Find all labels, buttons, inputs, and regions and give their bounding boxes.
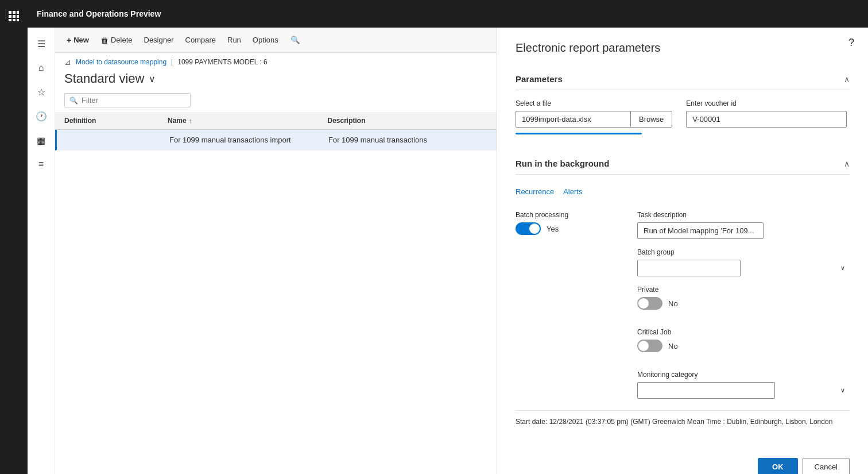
content-area: ☰ ⌂ ☆ 🕐 ▦ ≡ + New 🗑 Delete Designer <box>28 28 868 474</box>
svg-rect-6 <box>9 19 11 21</box>
options-button[interactable]: Options <box>248 33 283 47</box>
filter-bar: 🔍 <box>55 91 497 112</box>
table-row[interactable]: For 1099 manual transactions import For … <box>55 130 497 151</box>
home-nav-icon[interactable]: ⌂ <box>30 56 53 79</box>
private-toggle[interactable] <box>637 297 662 310</box>
view-title-text: Standard view <box>64 71 144 86</box>
app-sidebar <box>0 0 28 474</box>
file-select-group: Browse <box>516 111 672 128</box>
monitoring-category-chevron: ∨ <box>840 387 845 394</box>
view-title-area: Standard view ∨ <box>55 69 497 91</box>
svg-rect-3 <box>9 15 11 18</box>
tab-alerts[interactable]: Alerts <box>563 184 591 199</box>
monitoring-category-label: Monitoring category <box>637 371 850 379</box>
private-toggle-thumb <box>638 298 649 309</box>
monitoring-category-select-wrapper: ∨ <box>637 382 850 399</box>
filter-search-icon: 🔍 <box>69 97 78 105</box>
delete-button[interactable]: 🗑 Delete <box>96 33 137 47</box>
breadcrumb: ⊿ Model to datasource mapping | 1099 PAY… <box>55 53 497 69</box>
run-background-chevron: ∧ <box>844 159 850 168</box>
voucher-id-input[interactable] <box>686 111 847 128</box>
sort-icon: ↑ <box>189 117 192 124</box>
private-group: Private No <box>637 286 850 319</box>
col-header-description: Description <box>328 112 488 129</box>
svg-rect-1 <box>13 11 16 14</box>
workspaces-nav-icon[interactable]: ≡ <box>30 153 53 176</box>
waffle-icon[interactable] <box>2 5 25 28</box>
designer-button[interactable]: Designer <box>140 33 179 47</box>
batch-processing-toggle[interactable] <box>516 222 541 235</box>
run-button[interactable]: Run <box>223 33 246 47</box>
app-title: Finance and Operations Preview <box>37 9 161 18</box>
batch-processing-label: Batch processing <box>516 211 619 219</box>
breadcrumb-link[interactable]: Model to datasource mapping <box>76 58 166 66</box>
parameters-section-title: Parameters <box>516 74 563 84</box>
batch-group-select[interactable] <box>637 260 741 276</box>
bg-col-left: Batch processing Yes <box>516 211 619 399</box>
task-description-label: Task description <box>637 211 850 219</box>
cell-definition <box>66 130 169 150</box>
run-background-section: Run in the background ∧ Recurrence Alert… <box>516 153 850 426</box>
modules-nav-icon[interactable]: ▦ <box>30 129 53 152</box>
svg-rect-5 <box>17 15 19 18</box>
new-button[interactable]: + New <box>62 33 94 47</box>
new-icon: + <box>67 36 71 45</box>
filter-input-wrapper: 🔍 <box>64 93 191 107</box>
app-header: Finance and Operations Preview <box>28 0 868 28</box>
app-container: Finance and Operations Preview ☰ ⌂ ☆ 🕐 ▦… <box>28 0 868 474</box>
critical-job-toggle[interactable] <box>637 340 662 352</box>
table-header: Definition Name ↑ Description <box>55 112 497 130</box>
view-title-chevron[interactable]: ∨ <box>149 74 156 84</box>
search-button[interactable]: 🔍 <box>288 32 304 48</box>
task-description-input[interactable] <box>637 222 764 239</box>
critical-job-toggle-text: No <box>668 342 678 350</box>
parameters-chevron: ∧ <box>844 75 850 84</box>
cell-description: For 1099 manual transactions <box>328 130 487 150</box>
monitoring-category-select[interactable] <box>637 382 775 399</box>
filter-input[interactable] <box>82 96 185 105</box>
browse-button[interactable]: Browse <box>630 111 672 128</box>
batch-processing-group: Batch processing Yes <box>516 211 619 244</box>
cancel-button[interactable]: Cancel <box>803 458 850 474</box>
breadcrumb-separator: | <box>171 58 173 66</box>
recent-nav-icon[interactable]: 🕐 <box>30 105 53 128</box>
batch-group-chevron: ∨ <box>840 264 845 272</box>
hamburger-nav-icon[interactable]: ☰ <box>30 32 53 55</box>
ok-button[interactable]: OK <box>758 458 798 474</box>
run-background-title: Run in the background <box>516 159 609 168</box>
select-file-group: Select a file Browse <box>516 99 672 134</box>
col-header-name: Name ↑ <box>168 112 328 129</box>
voucher-id-group: Enter voucher id <box>686 99 847 128</box>
svg-rect-2 <box>17 11 19 14</box>
right-panel: ? Electronic report parameters Parameter… <box>497 28 868 474</box>
svg-rect-7 <box>13 19 16 21</box>
batch-group-label: Batch group <box>637 248 850 256</box>
file-input[interactable] <box>516 111 630 128</box>
parameters-section-header[interactable]: Parameters ∧ <box>516 68 850 90</box>
critical-job-group: Critical Job No <box>637 328 850 361</box>
run-background-section-header[interactable]: Run in the background ∧ <box>516 153 850 175</box>
start-date-text: Start date: 12/28/2021 (03:37:05 pm) (GM… <box>516 410 850 426</box>
parameters-form-row: Select a file Browse Enter voucher id <box>516 99 850 134</box>
favorites-nav-icon[interactable]: ☆ <box>30 80 53 103</box>
delete-icon: 🗑 <box>100 36 108 45</box>
batch-toggle-thumb <box>529 223 540 234</box>
cell-name: For 1099 manual transactions import <box>169 130 328 150</box>
batch-toggle-row: Yes <box>516 222 619 235</box>
private-toggle-row: No <box>637 297 850 310</box>
monitoring-category-group: Monitoring category ∨ <box>637 371 850 399</box>
filter-icon: ⊿ <box>64 57 71 67</box>
svg-rect-4 <box>13 15 16 18</box>
data-table: Definition Name ↑ Description For 1099 m… <box>55 112 497 474</box>
bg-columns: Batch processing Yes <box>516 211 850 399</box>
panel-title: Electronic report parameters <box>516 41 850 55</box>
svg-rect-0 <box>9 11 11 14</box>
panel-footer: OK Cancel <box>516 449 850 474</box>
help-icon[interactable]: ? <box>848 37 854 49</box>
tab-recurrence[interactable]: Recurrence <box>516 184 563 199</box>
critical-job-toggle-row: No <box>637 340 850 352</box>
critical-job-toggle-thumb <box>638 341 649 351</box>
parameters-section: Parameters ∧ Select a file Browse <box>516 68 850 144</box>
private-label: Private <box>637 286 850 294</box>
compare-button[interactable]: Compare <box>181 33 220 47</box>
